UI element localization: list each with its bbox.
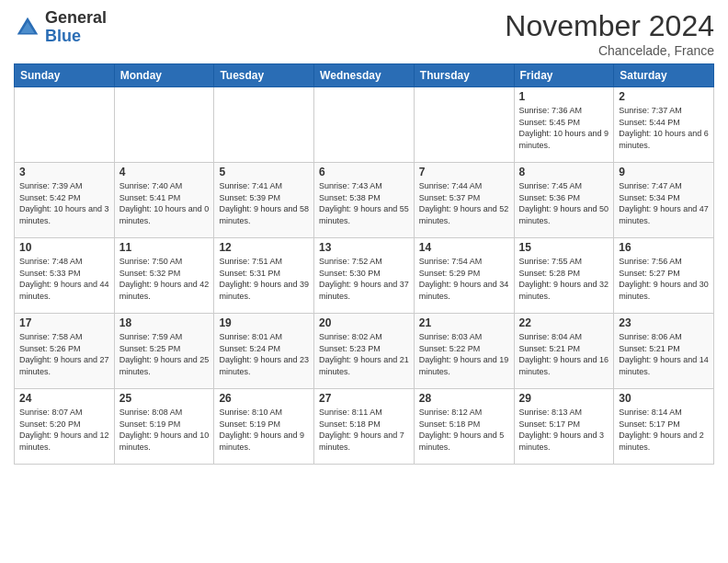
day-number: 20: [319, 316, 409, 329]
day-number: 15: [519, 241, 609, 254]
calendar-cell: 26 Sunrise: 8:10 AMSunset: 5:19 PMDaylig…: [214, 389, 314, 465]
calendar-cell: 11 Sunrise: 7:50 AMSunset: 5:32 PMDaylig…: [114, 238, 214, 314]
day-number: 18: [119, 316, 210, 329]
calendar-cell: 2 Sunrise: 7:37 AMSunset: 5:44 PMDayligh…: [614, 87, 714, 163]
calendar-cell: [114, 87, 214, 163]
header: General Blue November 2024 Chancelade, F…: [14, 9, 714, 58]
calendar-header: Sunday Monday Tuesday Wednesday Thursday…: [15, 64, 714, 87]
calendar-cell: 8 Sunrise: 7:45 AMSunset: 5:36 PMDayligh…: [514, 163, 614, 238]
calendar-cell: 3 Sunrise: 7:39 AMSunset: 5:42 PMDayligh…: [15, 163, 115, 238]
calendar-cell: 29 Sunrise: 8:13 AMSunset: 5:17 PMDaylig…: [514, 389, 614, 465]
day-info: Sunrise: 7:47 AMSunset: 5:34 PMDaylight:…: [619, 180, 709, 226]
calendar-cell: 13 Sunrise: 7:52 AMSunset: 5:30 PMDaylig…: [314, 238, 415, 314]
logo-blue-text: Blue: [45, 28, 107, 46]
logo-text: General Blue: [45, 9, 107, 46]
col-tuesday: Tuesday: [214, 64, 314, 87]
day-info: Sunrise: 8:04 AMSunset: 5:21 PMDaylight:…: [519, 331, 609, 377]
day-info: Sunrise: 7:45 AMSunset: 5:36 PMDaylight:…: [519, 180, 609, 226]
calendar-cell: 18 Sunrise: 7:59 AMSunset: 5:25 PMDaylig…: [114, 314, 214, 389]
day-number: 28: [419, 392, 509, 405]
week-row-0: 1 Sunrise: 7:36 AMSunset: 5:45 PMDayligh…: [15, 87, 714, 163]
col-saturday: Saturday: [614, 64, 714, 87]
day-info: Sunrise: 8:03 AMSunset: 5:22 PMDaylight:…: [419, 331, 509, 377]
day-number: 26: [219, 392, 309, 405]
day-info: Sunrise: 8:02 AMSunset: 5:23 PMDaylight:…: [319, 331, 409, 377]
day-number: 2: [619, 90, 709, 103]
day-number: 25: [119, 392, 210, 405]
day-info: Sunrise: 7:37 AMSunset: 5:44 PMDaylight:…: [619, 105, 709, 151]
day-info: Sunrise: 8:10 AMSunset: 5:19 PMDaylight:…: [219, 407, 309, 453]
calendar-cell: [314, 87, 415, 163]
day-number: 6: [319, 166, 409, 178]
day-number: 4: [119, 166, 210, 178]
col-wednesday: Wednesday: [314, 64, 415, 87]
col-sunday: Sunday: [15, 64, 115, 87]
day-info: Sunrise: 7:51 AMSunset: 5:31 PMDaylight:…: [219, 256, 309, 302]
page: General Blue November 2024 Chancelade, F…: [0, 0, 728, 563]
calendar-cell: 21 Sunrise: 8:03 AMSunset: 5:22 PMDaylig…: [414, 314, 514, 389]
day-number: 1: [519, 90, 609, 103]
day-number: 5: [219, 166, 309, 178]
day-number: 9: [619, 166, 709, 178]
month-title: November 2024: [505, 9, 714, 43]
calendar-cell: 25 Sunrise: 8:08 AMSunset: 5:19 PMDaylig…: [114, 389, 214, 465]
calendar-cell: 22 Sunrise: 8:04 AMSunset: 5:21 PMDaylig…: [514, 314, 614, 389]
location: Chancelade, France: [505, 43, 714, 58]
day-number: 12: [219, 241, 309, 254]
day-info: Sunrise: 7:41 AMSunset: 5:39 PMDaylight:…: [219, 180, 309, 226]
day-info: Sunrise: 7:52 AMSunset: 5:30 PMDaylight:…: [319, 256, 409, 302]
day-info: Sunrise: 8:12 AMSunset: 5:18 PMDaylight:…: [419, 407, 509, 453]
day-info: Sunrise: 7:58 AMSunset: 5:26 PMDaylight:…: [19, 331, 109, 377]
col-thursday: Thursday: [414, 64, 514, 87]
day-info: Sunrise: 7:59 AMSunset: 5:25 PMDaylight:…: [119, 331, 210, 377]
day-info: Sunrise: 8:11 AMSunset: 5:18 PMDaylight:…: [319, 407, 409, 453]
day-info: Sunrise: 7:44 AMSunset: 5:37 PMDaylight:…: [419, 180, 509, 226]
calendar-cell: 9 Sunrise: 7:47 AMSunset: 5:34 PMDayligh…: [614, 163, 714, 238]
calendar-cell: 15 Sunrise: 7:55 AMSunset: 5:28 PMDaylig…: [514, 238, 614, 314]
calendar-cell: 4 Sunrise: 7:40 AMSunset: 5:41 PMDayligh…: [114, 163, 214, 238]
day-number: 19: [219, 316, 309, 329]
day-number: 13: [319, 241, 409, 254]
day-number: 29: [519, 392, 609, 405]
calendar-cell: 12 Sunrise: 7:51 AMSunset: 5:31 PMDaylig…: [214, 238, 314, 314]
day-number: 21: [419, 316, 509, 329]
calendar-cell: [414, 87, 514, 163]
day-info: Sunrise: 7:55 AMSunset: 5:28 PMDaylight:…: [519, 256, 609, 302]
day-number: 10: [19, 241, 109, 254]
day-number: 22: [519, 316, 609, 329]
day-info: Sunrise: 8:13 AMSunset: 5:17 PMDaylight:…: [519, 407, 609, 453]
day-info: Sunrise: 8:08 AMSunset: 5:19 PMDaylight:…: [119, 407, 210, 453]
day-number: 8: [519, 166, 609, 178]
calendar-cell: 6 Sunrise: 7:43 AMSunset: 5:38 PMDayligh…: [314, 163, 415, 238]
calendar-cell: 24 Sunrise: 8:07 AMSunset: 5:20 PMDaylig…: [15, 389, 115, 465]
week-row-1: 3 Sunrise: 7:39 AMSunset: 5:42 PMDayligh…: [15, 163, 714, 238]
calendar-cell: 14 Sunrise: 7:54 AMSunset: 5:29 PMDaylig…: [414, 238, 514, 314]
logo-general-text: General: [45, 9, 107, 28]
calendar-cell: 5 Sunrise: 7:41 AMSunset: 5:39 PMDayligh…: [214, 163, 314, 238]
title-block: November 2024 Chancelade, France: [505, 9, 714, 58]
calendar-cell: 23 Sunrise: 8:06 AMSunset: 5:21 PMDaylig…: [614, 314, 714, 389]
calendar-cell: 30 Sunrise: 8:14 AMSunset: 5:17 PMDaylig…: [614, 389, 714, 465]
day-number: 17: [19, 316, 109, 329]
logo-icon: [14, 14, 41, 41]
calendar-cell: 28 Sunrise: 8:12 AMSunset: 5:18 PMDaylig…: [414, 389, 514, 465]
calendar-cell: 20 Sunrise: 8:02 AMSunset: 5:23 PMDaylig…: [314, 314, 415, 389]
col-friday: Friday: [514, 64, 614, 87]
calendar-table: Sunday Monday Tuesday Wednesday Thursday…: [14, 63, 714, 465]
calendar-cell: 19 Sunrise: 8:01 AMSunset: 5:24 PMDaylig…: [214, 314, 314, 389]
day-info: Sunrise: 7:56 AMSunset: 5:27 PMDaylight:…: [619, 256, 709, 302]
day-number: 3: [19, 166, 109, 178]
day-info: Sunrise: 7:43 AMSunset: 5:38 PMDaylight:…: [319, 180, 409, 226]
day-info: Sunrise: 7:54 AMSunset: 5:29 PMDaylight:…: [419, 256, 509, 302]
day-number: 7: [419, 166, 509, 178]
calendar-cell: 1 Sunrise: 7:36 AMSunset: 5:45 PMDayligh…: [514, 87, 614, 163]
calendar-cell: [214, 87, 314, 163]
day-info: Sunrise: 7:48 AMSunset: 5:33 PMDaylight:…: [19, 256, 109, 302]
day-info: Sunrise: 7:36 AMSunset: 5:45 PMDaylight:…: [519, 105, 609, 151]
day-info: Sunrise: 8:07 AMSunset: 5:20 PMDaylight:…: [19, 407, 109, 453]
week-row-4: 24 Sunrise: 8:07 AMSunset: 5:20 PMDaylig…: [15, 389, 714, 465]
day-info: Sunrise: 7:40 AMSunset: 5:41 PMDaylight:…: [119, 180, 210, 226]
day-number: 11: [119, 241, 210, 254]
logo: General Blue: [14, 9, 107, 46]
header-row: Sunday Monday Tuesday Wednesday Thursday…: [15, 64, 714, 87]
